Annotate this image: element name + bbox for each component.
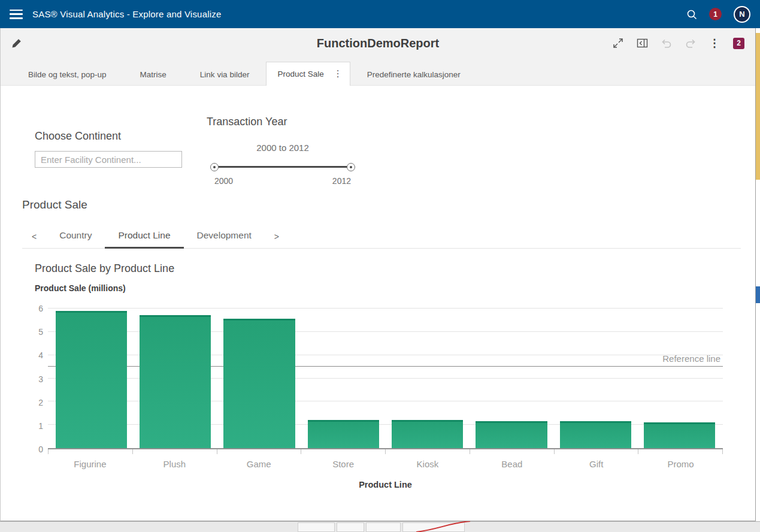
background-cell <box>366 522 401 532</box>
report-tab-bar: Bilde og tekst, pop-up Matrise Link via … <box>1 58 755 86</box>
y-tick-label: 3 <box>38 374 43 384</box>
bar-bead[interactable] <box>476 421 547 448</box>
edit-pencil-icon[interactable] <box>11 38 22 49</box>
bar-slot <box>217 309 301 448</box>
x-category-label: Promo <box>638 459 723 469</box>
slider-handle-max[interactable] <box>347 163 355 171</box>
hamburger-menu-icon[interactable] <box>10 10 23 19</box>
x-tick <box>133 449 217 454</box>
section-title: Product Sale <box>22 198 87 211</box>
subtab-development[interactable]: Development <box>184 225 265 248</box>
bar-promo[interactable] <box>644 422 715 448</box>
continent-filter: Choose Continent <box>35 130 182 168</box>
y-tick-label: 1 <box>38 421 43 431</box>
report-toolbar: FunctionDemoReport ⋮ 2 <box>1 28 755 58</box>
plot-area: Reference line <box>48 309 723 449</box>
x-tick <box>555 449 639 454</box>
toolbar-actions: ⋮ 2 <box>613 38 744 49</box>
fullscreen-expand-icon[interactable] <box>613 38 623 49</box>
tab-product-sale[interactable]: Product Sale ⋮ <box>266 62 350 86</box>
x-category-label: Store <box>301 459 386 469</box>
tab-link-via-bilder[interactable]: Link via bilder <box>183 64 267 85</box>
subtab-scroll-right-icon[interactable]: > <box>265 225 289 248</box>
slider-track[interactable] <box>214 166 351 168</box>
plot-row: 0123456 Reference line <box>35 309 723 449</box>
bar-game[interactable] <box>223 319 295 448</box>
year-range-text: 2000 to 2012 <box>214 143 351 153</box>
undo-icon[interactable] <box>661 38 672 48</box>
kebab-glyph: ⋮ <box>709 38 720 49</box>
y-tick-label: 5 <box>38 327 43 337</box>
tab-matrise[interactable]: Matrise <box>123 64 183 85</box>
report-canvas: Choose Continent Transaction Year 2000 t… <box>1 86 755 521</box>
bar-slot <box>470 309 553 448</box>
x-category-label: Kiosk <box>386 459 470 469</box>
bar-slot <box>638 309 722 448</box>
y-tick-label: 4 <box>38 350 43 360</box>
more-options-kebab-icon[interactable]: ⋮ <box>709 38 720 49</box>
app-bar: SAS® Visual Analytics - Explore and Visu… <box>0 0 760 28</box>
continent-input[interactable] <box>35 151 182 168</box>
bar-slot <box>133 309 217 448</box>
avatar[interactable]: N <box>734 6 750 23</box>
subtab-country[interactable]: Country <box>46 225 105 248</box>
background-blue-strip <box>756 286 760 303</box>
alert-count-badge[interactable]: 2 <box>733 38 744 49</box>
bar-slot <box>301 309 385 448</box>
tab-menu-kebab-icon[interactable]: ⋮ <box>334 68 343 79</box>
app-bar-actions: 1 N <box>686 6 750 23</box>
bar-chart: Product Sale by Product Line Product Sal… <box>35 262 723 489</box>
bar-slot <box>553 309 637 448</box>
x-category-label: Bead <box>470 459 554 469</box>
y-tick-label: 2 <box>38 398 43 407</box>
x-category-label: Figurine <box>48 459 132 469</box>
bar-store[interactable] <box>308 420 379 448</box>
toggle-panel-icon[interactable] <box>637 38 648 48</box>
slider-handle-min[interactable] <box>210 163 219 171</box>
bar-slot <box>386 309 470 448</box>
x-tick <box>301 449 386 454</box>
report-window: FunctionDemoReport ⋮ 2 <box>0 28 756 521</box>
background-page-fragment <box>0 521 760 532</box>
bar-figurine[interactable] <box>56 311 127 448</box>
bar-plush[interactable] <box>140 315 211 448</box>
x-category-label: Plush <box>132 459 217 469</box>
redo-icon[interactable] <box>685 38 696 48</box>
transaction-year-filter: Transaction Year 2000 to 2012 2000 2012 <box>207 116 362 186</box>
notification-badge[interactable]: 1 <box>709 8 722 20</box>
y-tick-label: 6 <box>38 304 43 313</box>
x-category-label: Game <box>217 459 301 469</box>
x-tick <box>217 449 302 454</box>
slider-min-label: 2000 <box>214 176 233 186</box>
y-axis-title: Product Sale (millions) <box>35 283 723 293</box>
x-axis-ticks <box>48 449 723 454</box>
slider-labels: 2000 2012 <box>214 176 351 186</box>
bar-gift[interactable] <box>560 421 631 448</box>
x-category-label: Gift <box>554 459 638 469</box>
year-range-slider[interactable] <box>214 163 351 171</box>
bar-slot <box>49 309 133 448</box>
x-tick <box>470 449 555 454</box>
x-axis-labels: FigurinePlushGameStoreKioskBeadGiftPromo <box>48 459 723 469</box>
y-axis: 0123456 <box>35 309 48 449</box>
report-title: FunctionDemoReport <box>317 37 439 50</box>
x-tick <box>386 449 470 454</box>
background-yellow-strip <box>756 33 760 180</box>
screen: SAS® Visual Analytics - Explore and Visu… <box>0 0 760 532</box>
app-title: SAS® Visual Analytics - Explore and Visu… <box>32 9 222 19</box>
background-cell <box>337 522 364 532</box>
x-tick <box>48 449 133 454</box>
subtab-product-line[interactable]: Product Line <box>105 225 183 249</box>
bar-kiosk[interactable] <box>392 420 463 448</box>
background-cell <box>298 522 335 532</box>
tab-bilde-og-tekst-pop-up[interactable]: Bilde og tekst, pop-up <box>11 64 123 85</box>
x-axis-title: Product Line <box>48 480 723 489</box>
subtab-scroll-left-icon[interactable]: < <box>22 225 46 248</box>
background-red-line <box>413 521 473 532</box>
chart-title: Product Sale by Product Line <box>35 262 723 275</box>
continent-filter-label: Choose Continent <box>35 130 182 143</box>
search-icon[interactable] <box>686 9 697 20</box>
transaction-year-label: Transaction Year <box>207 116 362 128</box>
tab-predefinerte-kalkulasjoner[interactable]: Predefinerte kalkulasjoner <box>350 64 477 85</box>
object-tab-strip: < Country Product Line Development > <box>22 225 741 249</box>
